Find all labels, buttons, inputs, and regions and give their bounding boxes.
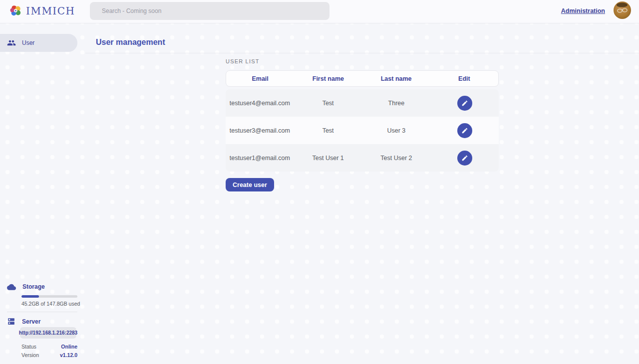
column-header-edit: Edit <box>430 75 498 82</box>
avatar[interactable] <box>614 1 631 19</box>
cell-first-name: Test <box>294 100 362 107</box>
cell-last-name: Three <box>362 100 431 107</box>
column-header-last-name: Last name <box>362 75 430 82</box>
server-url-chip: http://192.168.1.216:2283 <box>20 327 76 339</box>
storage-title: Storage <box>22 283 45 290</box>
server-icon <box>7 317 15 326</box>
page-title: User management <box>96 38 165 47</box>
create-user-button[interactable]: Create user <box>226 178 274 191</box>
edit-user-button[interactable] <box>457 151 472 166</box>
server-status-row: Status Online <box>21 343 77 350</box>
cell-first-name: Test <box>294 127 362 134</box>
sidebar-bottom-panel: Storage 45.2GB of 147.8GB used Server ht… <box>0 283 85 290</box>
cell-last-name: Test User 2 <box>362 155 431 162</box>
edit-user-button[interactable] <box>457 123 472 138</box>
cell-email: testuser4@email.com <box>226 100 294 107</box>
edit-user-button[interactable] <box>457 96 472 111</box>
cloud-icon <box>7 283 16 290</box>
sidebar-item-user[interactable]: User <box>0 34 77 52</box>
storage-progress-fill <box>21 295 39 298</box>
cell-email: testuser1@email.com <box>226 155 294 162</box>
title-divider <box>85 53 639 53</box>
storage-progress-bar <box>21 295 77 298</box>
administration-link[interactable]: Administration <box>561 7 605 14</box>
user-table-header: Email First name Last name Edit <box>226 70 499 87</box>
server-section: Server http://192.168.1.216:2283 Status … <box>0 317 85 326</box>
sidebar-item-user-label: User <box>22 39 34 46</box>
storage-usage-text: 45.2GB of 147.8GB used <box>21 301 80 307</box>
users-icon <box>7 38 16 47</box>
version-value: v1.12.0 <box>60 352 77 358</box>
status-value: Online <box>61 344 77 350</box>
version-label: Version <box>21 352 39 358</box>
server-title: Server <box>22 318 40 325</box>
cell-first-name: Test User 1 <box>294 155 362 162</box>
pencil-icon <box>461 100 468 107</box>
user-table-body: testuser4@email.com Test Three testuser3… <box>226 89 499 172</box>
cell-email: testuser3@email.com <box>226 127 294 134</box>
search-input[interactable] <box>90 2 329 20</box>
topbar: IMMICH Administration <box>0 0 639 23</box>
pencil-icon <box>461 155 468 162</box>
user-list-label: USER LIST <box>226 58 260 64</box>
cell-last-name: User 3 <box>362 127 431 134</box>
storage-section: Storage <box>0 283 85 290</box>
table-row: testuser4@email.com Test Three <box>226 89 499 117</box>
server-version-row: Version v1.12.0 <box>21 352 77 358</box>
brand-name: IMMICH <box>26 5 75 17</box>
table-row: testuser3@email.com Test User 3 <box>226 117 499 144</box>
immich-flower-logo-icon <box>9 4 22 17</box>
column-header-email: Email <box>226 75 294 82</box>
status-label: Status <box>21 344 36 350</box>
pencil-icon <box>461 127 468 134</box>
table-row: testuser1@email.com Test User 1 Test Use… <box>226 144 499 172</box>
brand[interactable]: IMMICH <box>9 4 75 17</box>
sidebar-divider <box>7 312 77 312</box>
column-header-first-name: First name <box>294 75 362 82</box>
